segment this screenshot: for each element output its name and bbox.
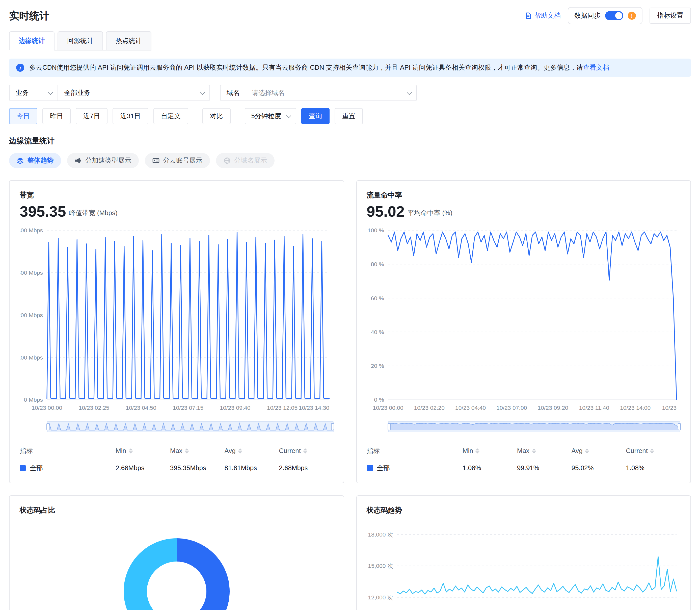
sort-icon[interactable] xyxy=(238,448,242,453)
hit-rate-stats-table: 指标 Min Max Avg Current 全部 1.08% 99.91% 9… xyxy=(367,446,680,472)
charts-grid: 带宽 395.35 峰值带宽 (Mbps) 400 Mbps300 Mbps20… xyxy=(9,180,691,610)
compare-button[interactable]: 对比 xyxy=(202,108,230,124)
view-docs-link[interactable]: 查看文档 xyxy=(583,64,609,71)
svg-text:100 %: 100 % xyxy=(367,227,384,234)
pill-by-cloud-account[interactable]: 分云账号展示 xyxy=(145,153,210,168)
avg-column-header[interactable]: Avg xyxy=(571,447,626,454)
query-button[interactable]: 查询 xyxy=(301,108,330,124)
svg-text:80 %: 80 % xyxy=(371,261,384,267)
header-actions: 帮助文档 数据同步 ! 指标设置 xyxy=(525,7,691,24)
table-row: 全部 2.68Mbps 395.35Mbps 81.81Mbps 2.68Mbp… xyxy=(20,463,333,472)
sort-icon[interactable] xyxy=(129,448,133,453)
current-column-header[interactable]: Current xyxy=(626,447,680,454)
bandwidth-brush[interactable] xyxy=(47,421,333,432)
svg-text:10/23 14:30: 10/23 14:30 xyxy=(299,404,329,411)
min-column-header[interactable]: Min xyxy=(463,447,517,454)
domain-filter: 域名 请选择域名 xyxy=(220,85,417,101)
svg-text:15,000 次: 15,000 次 xyxy=(368,563,393,569)
series-name: 全部 xyxy=(377,463,390,472)
sort-icon[interactable] xyxy=(303,448,307,453)
sort-icon[interactable] xyxy=(476,448,480,453)
max-column-header[interactable]: Max xyxy=(170,447,224,454)
sort-icon[interactable] xyxy=(532,448,536,453)
business-type-value: 业务 xyxy=(16,89,29,97)
metric-column-header: 指标 xyxy=(367,446,463,455)
stats-tabs: 边缘统计 回源统计 热点统计 xyxy=(9,31,151,50)
svg-text:10/23 00:00: 10/23 00:00 xyxy=(32,404,62,411)
series-legend[interactable]: 全部 xyxy=(20,463,116,472)
status-code-ratio-card: 状态码占比 xyxy=(9,495,344,610)
date-custom-button[interactable]: 自定义 xyxy=(153,108,188,124)
tab-hotspot-stats[interactable]: 热点统计 xyxy=(106,31,151,50)
pill-by-accel-type[interactable]: 分加速类型展示 xyxy=(67,153,139,168)
data-sync-label: 数据同步 xyxy=(574,11,601,20)
svg-text:0 %: 0 % xyxy=(374,397,384,403)
pill-by-domain: 分域名展示 xyxy=(216,153,274,168)
hit-rate-brush[interactable] xyxy=(388,421,680,432)
svg-text:10/23 09:20: 10/23 09:20 xyxy=(537,404,568,411)
reset-button[interactable]: 重置 xyxy=(335,108,363,124)
domain-label: 域名 xyxy=(220,85,246,100)
chevron-down-icon xyxy=(286,113,291,118)
warning-icon[interactable]: ! xyxy=(628,12,636,20)
status-donut[interactable] xyxy=(124,538,230,610)
pill-overall-trend[interactable]: 整体趋势 xyxy=(9,153,61,168)
date-7days-button[interactable]: 近7日 xyxy=(76,108,107,124)
svg-text:10/23 04:40: 10/23 04:40 xyxy=(455,404,485,411)
svg-text:10/23: 10/23 xyxy=(662,404,676,411)
series-swatch xyxy=(20,465,26,471)
series-swatch xyxy=(367,465,373,471)
svg-text:18,000 次: 18,000 次 xyxy=(368,531,393,537)
date-yesterday-button[interactable]: 昨日 xyxy=(43,108,71,124)
data-sync-group: 数据同步 ! xyxy=(568,7,643,24)
brush-handle-left[interactable] xyxy=(387,423,390,430)
help-doc-link[interactable]: 帮助文档 xyxy=(525,11,561,20)
min-column-header[interactable]: Min xyxy=(116,447,170,454)
series-legend[interactable]: 全部 xyxy=(367,463,463,472)
max-column-header[interactable]: Max xyxy=(517,447,571,454)
business-type-select[interactable]: 业务 xyxy=(10,85,58,100)
granularity-select[interactable]: 5分钟粒度 xyxy=(245,108,296,124)
card-title: 带宽 xyxy=(20,191,333,200)
bandwidth-chart: 400 Mbps300 Mbps200 Mbps100 Mbps0 Mbps10… xyxy=(20,224,333,414)
sort-icon[interactable] xyxy=(650,448,654,453)
peak-bandwidth-value: 395.35 xyxy=(20,204,66,219)
business-filter: 业务 全部业务 xyxy=(9,85,210,101)
stat-avg-value: 81.81Mbps xyxy=(224,464,279,472)
current-column-header[interactable]: Current xyxy=(279,447,333,454)
domain-select[interactable]: 请选择域名 xyxy=(246,85,416,100)
business-value-select[interactable]: 全部业务 xyxy=(58,85,210,100)
tab-origin-stats[interactable]: 回源统计 xyxy=(57,31,103,50)
page-header: 实时统计 帮助文档 数据同步 ! 指标设置 xyxy=(9,7,691,24)
pill-label: 分域名展示 xyxy=(234,156,267,165)
table-row: 全部 1.08% 99.91% 95.02% 1.08% xyxy=(367,463,680,472)
megaphone-icon xyxy=(75,157,82,164)
chevron-down-icon xyxy=(407,90,412,95)
stat-min-value: 1.08% xyxy=(463,464,517,472)
sort-icon[interactable] xyxy=(585,448,589,453)
brush-handle-left[interactable] xyxy=(47,423,49,430)
svg-text:400 Mbps: 400 Mbps xyxy=(20,227,43,234)
date-31days-button[interactable]: 近31日 xyxy=(113,108,148,124)
granularity-value: 5分钟粒度 xyxy=(251,112,281,121)
data-sync-toggle[interactable] xyxy=(605,11,623,20)
card-title: 状态码占比 xyxy=(20,506,333,515)
tab-edge-stats[interactable]: 边缘统计 xyxy=(9,31,54,50)
info-icon: i xyxy=(16,64,24,72)
stat-avg-value: 95.02% xyxy=(571,464,626,472)
toggle-knob xyxy=(615,12,622,19)
metric-settings-button[interactable]: 指标设置 xyxy=(650,7,691,24)
svg-text:10/23 02:25: 10/23 02:25 xyxy=(79,404,109,411)
bandwidth-stats-table: 指标 Min Max Avg Current 全部 2.68Mbps 395.3… xyxy=(20,446,333,472)
date-today-button[interactable]: 今日 xyxy=(9,108,37,124)
sort-icon[interactable] xyxy=(185,448,189,453)
chevron-down-icon xyxy=(200,90,205,95)
avg-column-header[interactable]: Avg xyxy=(224,447,279,454)
stat-min-value: 2.68Mbps xyxy=(116,464,170,472)
brush-handle-right[interactable] xyxy=(678,423,681,430)
svg-text:60 %: 60 % xyxy=(371,295,384,302)
brush-handle-right[interactable] xyxy=(331,423,334,430)
hit-rate-brush-mini-chart xyxy=(388,421,680,432)
svg-text:12,000 次: 12,000 次 xyxy=(368,594,393,600)
svg-text:10/23 09:40: 10/23 09:40 xyxy=(220,404,250,411)
